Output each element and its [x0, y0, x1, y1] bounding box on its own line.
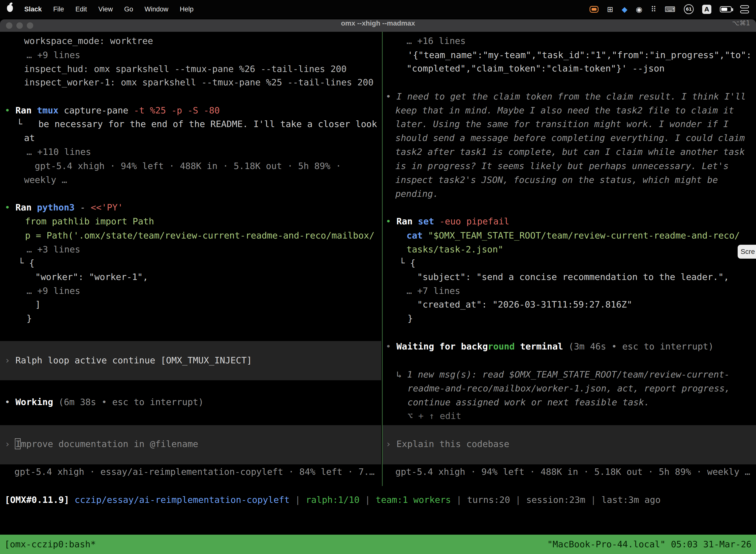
prompt-suggestion-line[interactable]: › Improve documentation in @filename: [5, 437, 198, 451]
bullet-icon: •: [5, 202, 15, 213]
minimize-button[interactable]: [16, 22, 23, 29]
session-time: session:23m: [526, 495, 585, 505]
mailbox-message-line: ↳ 1 new msg(s): read $OMX_TEAM_STATE_ROO…: [396, 368, 730, 382]
screen: Slack File Edit View Go Window Help ⊞ ◆ …: [0, 0, 756, 554]
separator: |: [510, 495, 526, 505]
command-output-line: }: [407, 312, 413, 325]
command-name: set: [418, 216, 434, 226]
code-line: cat "$OMX_TEAM_STATE_ROOT/team/review-cu…: [406, 229, 740, 242]
close-button[interactable]: [6, 22, 12, 29]
waiting-label: terminal: [515, 341, 563, 351]
omx-status-line: [OMX#0.11.9] cczip/essay/ai-reimplementa…: [5, 493, 660, 507]
mailbox-message-line: readme-and-reco/mailbox/worker-1.json, a…: [407, 382, 730, 395]
separator: |: [585, 495, 602, 505]
command-sub: capture-pane: [59, 105, 134, 115]
menu-window[interactable]: Window: [145, 5, 169, 13]
config-line: inspect_hud: omx sparkshell --tmux-pane …: [24, 62, 346, 76]
apple-logo-icon: [7, 5, 13, 12]
command-sub: [434, 216, 440, 226]
command-output-line: weekly …: [24, 173, 67, 187]
waiting-label: Waiting for backg: [396, 341, 488, 351]
command-name: python3: [37, 202, 75, 213]
collapsed-lines-indicator: … +9 lines: [26, 284, 80, 298]
command-output-line: "worker": "worker-1",: [35, 270, 148, 284]
menu-view[interactable]: View: [99, 5, 113, 13]
keyboard-icon[interactable]: ⌨: [665, 5, 675, 14]
window-tiling-icon[interactable]: ⊞: [607, 5, 613, 14]
battery-icon[interactable]: [720, 6, 732, 12]
ran-label: Ran: [15, 202, 37, 213]
ralph-counter: ralph:1/10: [306, 495, 360, 505]
window-title: omx --xhigh --madmax: [0, 19, 756, 32]
bullet-icon: •: [386, 341, 396, 351]
waiting-detail: (3m 46s • esc to interrupt): [563, 341, 713, 351]
tmux-pane-divider[interactable]: [382, 32, 383, 486]
input-source-icon[interactable]: A: [702, 5, 711, 14]
screen-sharing-popup[interactable]: Scre: [738, 245, 756, 259]
command-output-line: └ be necessary for the end of the README…: [17, 117, 377, 131]
menu-bar-left: Slack File Edit View Go Window Help: [7, 5, 193, 14]
separator: |: [451, 495, 467, 505]
prompt-suggestion-text: Explain this codebase: [396, 439, 509, 449]
command-args: -euo pipefail: [440, 216, 509, 226]
menu-help[interactable]: Help: [180, 5, 194, 13]
zoom-button[interactable]: [27, 22, 33, 29]
tmux-status-bar: [omx-cczip0:bash* "MacBook-Pro-44.local"…: [0, 535, 756, 554]
bullet-icon: •: [386, 91, 396, 102]
command-sub: -: [75, 202, 91, 213]
menu-file[interactable]: File: [53, 5, 64, 13]
menu-bar: Slack File Edit View Go Window Help ⊞ ◆ …: [0, 0, 756, 18]
tmux-host-and-time: "MacBook-Pro-44.local" 05:03 31-Mar-26: [547, 535, 752, 554]
turns-counter: turns:20: [467, 495, 510, 505]
team-workers: team:1 workers: [376, 495, 451, 505]
waiting-label-highlight: round: [488, 341, 515, 351]
working-status-line: • Working (6m 38s • esc to interrupt): [5, 395, 204, 409]
inject-text: Ralph loop active continue [OMX_TMUX_INJ…: [15, 355, 252, 365]
text-cursor: [15, 438, 20, 449]
last-activity: last:3m ago: [602, 495, 660, 505]
battery-percent-icon[interactable]: 61: [684, 4, 694, 14]
command-output-line: }: [26, 312, 32, 325]
ran-label: Ran: [15, 105, 37, 115]
command-output-line: "subject": "send a concise recommendatio…: [417, 270, 729, 284]
thinking-text: I need to get the claim token from the c…: [396, 91, 746, 102]
screen-recording-indicator-icon[interactable]: [589, 6, 598, 13]
command-string-arg: "$OMX_TEAM_STATE_ROOT/team/review-curren…: [423, 230, 740, 240]
collapsed-lines-indicator: … +16 lines: [406, 34, 465, 48]
app-status-round-icon[interactable]: ◉: [636, 5, 642, 14]
ran-command-line: • Ran tmux capture-pane -t %25 -p -S -80: [5, 104, 220, 117]
separator: |: [290, 495, 306, 505]
command-output-line: └ {: [18, 256, 35, 270]
menu-bar-status-icons: ⊞ ◆ ◉ ⠿ ⌨ 61 A: [589, 4, 749, 14]
thinking-line: keep that in mind. Maybe I also need the…: [395, 104, 734, 117]
control-center-icon[interactable]: [740, 5, 749, 13]
prompt-suggestion-line[interactable]: › Explain this codebase: [386, 437, 509, 451]
battery-percent-value: 61: [686, 7, 692, 12]
ran-command-line: • Ran set -euo pipefail: [386, 214, 509, 228]
dots-grid-icon[interactable]: ⠿: [651, 5, 656, 14]
apple-menu[interactable]: [7, 5, 13, 14]
command-output-line: "completed","claim_token":"claim-token"}…: [406, 62, 665, 75]
thinking-line: should send a message before completing …: [395, 131, 745, 145]
config-line: workspace_mode: worktree: [24, 34, 153, 48]
window-title-bar[interactable]: omx --xhigh --madmax ⌥⌘1: [0, 19, 756, 32]
thinking-line: task2 after task1 is complete, but can I…: [395, 145, 745, 159]
code-line: from pathlib import Path: [25, 214, 154, 228]
code-line: tasks/task-2.json": [406, 242, 503, 257]
tmux-session-window[interactable]: [omx-cczip0:bash*: [4, 535, 96, 554]
ran-command-line: • Ran python3 - <<'PY': [5, 201, 123, 214]
command-args: <<'PY': [91, 202, 123, 213]
thinking-line: is in progress? It seems likely but perh…: [395, 159, 729, 173]
bullet-icon: •: [386, 216, 396, 226]
thinking-line: • I need to get the claim token from the…: [386, 90, 746, 104]
menu-app-name[interactable]: Slack: [24, 5, 42, 13]
traffic-lights: [6, 22, 33, 29]
menu-go[interactable]: Go: [124, 5, 133, 13]
menu-edit[interactable]: Edit: [75, 5, 87, 13]
code-line: p = Path('.omx/state/team/review-current…: [25, 229, 375, 242]
chevron-icon: ›: [5, 439, 15, 449]
thinking-line: later. Using the same for transition mig…: [395, 117, 729, 131]
app-status-blue-icon[interactable]: ◆: [622, 5, 627, 14]
command-name: cat: [406, 230, 423, 240]
command-output-line: '{"team_name":"my-team","task_id":"1","f…: [407, 48, 752, 62]
